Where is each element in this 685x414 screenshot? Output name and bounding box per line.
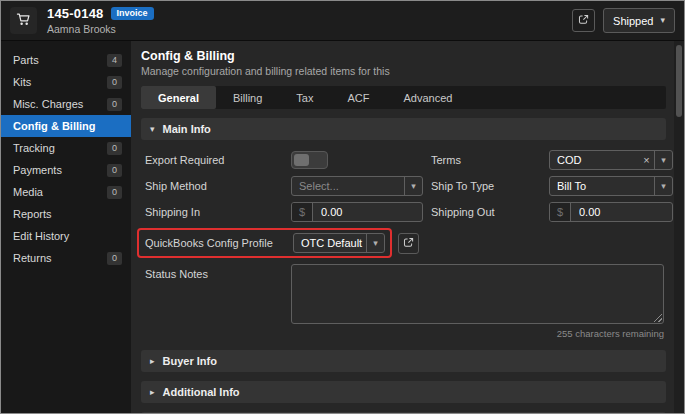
open-external-button[interactable]	[572, 9, 595, 32]
invoice-badge: Invoice	[111, 7, 154, 20]
section-title: Buyer Info	[163, 355, 217, 367]
sidebar-item-label: Tracking	[13, 142, 55, 154]
sidebar-item-kits[interactable]: Kits 0	[1, 71, 131, 93]
page-head: Config & Billing Manage configuration an…	[141, 49, 666, 77]
sidebar-item-label: Payments	[13, 164, 62, 176]
section-header-main-info[interactable]: ▾ Main Info	[141, 118, 666, 140]
status-notes-row: Status Notes	[145, 264, 664, 324]
sidebar-item-reports[interactable]: Reports	[1, 203, 131, 225]
chevron-down-icon: ▾	[654, 177, 672, 195]
shipping-out-label: Shipping Out	[431, 206, 549, 218]
sidebar-item-edit-history[interactable]: Edit History	[1, 225, 131, 247]
section-header-important-dates[interactable]: ▸ Important Dates	[141, 412, 666, 413]
order-title-block: 145-0148 Invoice Aamna Brooks	[47, 6, 154, 35]
status-dropdown-button[interactable]: Shipped ▾	[603, 8, 675, 33]
export-required-label: Export Required	[145, 154, 291, 166]
tab-advanced[interactable]: Advanced	[386, 86, 469, 109]
sidebar-item-media[interactable]: Media 0	[1, 181, 131, 203]
terms-select[interactable]: COD × ▾	[549, 150, 673, 170]
content: Config & Billing Manage configuration an…	[131, 41, 674, 413]
ship-method-placeholder: Select...	[292, 180, 404, 192]
shipping-out-control: $	[549, 202, 673, 222]
sidebar-item-tracking[interactable]: Tracking 0	[1, 137, 131, 159]
shipping-in-control: $	[291, 202, 423, 222]
topbar-right: Shipped ▾	[572, 8, 675, 33]
app-body: Parts 4 Kits 0 Misc. Charges 0 Config & …	[1, 41, 684, 413]
export-required-toggle[interactable]	[291, 151, 328, 169]
status-notes-label: Status Notes	[145, 264, 291, 280]
sidebar-item-payments[interactable]: Payments 0	[1, 159, 131, 181]
page-subtitle: Manage configuration and billing related…	[141, 65, 666, 77]
caret-down-icon: ▾	[150, 125, 155, 134]
sidebar-item-count: 0	[107, 142, 122, 155]
status-notes-textarea[interactable]	[291, 264, 664, 324]
sidebar-item-label: Kits	[13, 76, 31, 88]
ship-to-type-value: Bill To	[550, 180, 654, 192]
form-row: Ship Method Select... ▾ Ship To Type Bil…	[145, 176, 664, 196]
scrollbar-thumb[interactable]	[676, 45, 682, 117]
chevron-down-icon: ▾	[660, 16, 665, 25]
vertical-scrollbar[interactable]	[674, 41, 684, 413]
cart-button[interactable]	[10, 7, 37, 34]
shipping-in-input[interactable]	[313, 203, 422, 221]
sidebar: Parts 4 Kits 0 Misc. Charges 0 Config & …	[1, 41, 131, 413]
sidebar-item-config-billing[interactable]: Config & Billing	[1, 115, 131, 137]
main-info-body: Export Required Terms COD ×	[141, 140, 666, 341]
sidebar-item-count: 0	[107, 164, 122, 177]
terms-value: COD	[550, 154, 639, 166]
app-window: 145-0148 Invoice Aamna Brooks Shipped ▾	[0, 0, 685, 414]
tab-general[interactable]: General	[141, 86, 216, 109]
tab-tax[interactable]: Tax	[279, 86, 330, 109]
sidebar-item-count: 0	[107, 76, 122, 89]
sidebar-item-count: 0	[107, 186, 122, 199]
topbar-left: 145-0148 Invoice Aamna Brooks	[10, 6, 154, 35]
sidebar-item-count: 4	[107, 54, 122, 67]
shipping-out-input[interactable]	[571, 203, 672, 221]
sidebar-item-label: Edit History	[13, 230, 69, 242]
order-number: 145-0148	[47, 6, 104, 21]
chevron-down-icon: ▾	[404, 177, 422, 195]
external-link-icon	[578, 13, 589, 28]
ship-to-type-select[interactable]: Bill To ▾	[549, 176, 673, 196]
quickbooks-row: QuickBooks Config Profile OTC Default ▾	[145, 228, 664, 258]
export-required-control	[291, 151, 423, 169]
caret-right-icon: ▸	[150, 388, 155, 397]
sidebar-item-label: Misc. Charges	[13, 98, 83, 110]
clear-icon[interactable]: ×	[639, 155, 654, 166]
tab-billing[interactable]: Billing	[216, 86, 279, 109]
shipping-out-field: $	[549, 202, 673, 222]
shipping-in-label: Shipping In	[145, 206, 291, 218]
sidebar-item-count: 0	[107, 98, 122, 111]
main-area: Config & Billing Manage configuration an…	[131, 41, 684, 413]
ship-to-type-control: Bill To ▾	[549, 176, 673, 196]
quickbooks-open-external-button[interactable]	[398, 233, 419, 254]
sidebar-item-label: Media	[13, 186, 43, 198]
cart-icon	[16, 12, 31, 30]
currency-prefix: $	[292, 203, 313, 221]
section-header-additional-info[interactable]: ▸ Additional Info	[141, 381, 666, 403]
tab-acf[interactable]: ACF	[330, 86, 386, 109]
sidebar-item-label: Parts	[13, 54, 39, 66]
sidebar-item-returns[interactable]: Returns 0	[1, 247, 131, 269]
ship-method-select[interactable]: Select... ▾	[291, 176, 423, 196]
sidebar-item-label: Returns	[13, 252, 52, 264]
characters-remaining: 255 characters remaining	[291, 326, 664, 339]
shipping-in-field: $	[291, 202, 423, 222]
sidebar-item-parts[interactable]: Parts 4	[1, 49, 131, 71]
ship-to-type-label: Ship To Type	[431, 180, 549, 192]
ship-method-control: Select... ▾	[291, 176, 423, 196]
section-header-buyer-info[interactable]: ▸ Buyer Info	[141, 350, 666, 372]
section-title: Additional Info	[163, 386, 240, 398]
sidebar-item-misc-charges[interactable]: Misc. Charges 0	[1, 93, 131, 115]
ship-method-label: Ship Method	[145, 180, 291, 192]
chevron-down-icon: ▾	[654, 151, 672, 169]
section-title: Main Info	[163, 123, 211, 135]
quickbooks-profile-select[interactable]: OTC Default ▾	[293, 233, 385, 253]
external-link-icon	[403, 236, 414, 251]
quickbooks-profile-value: OTC Default	[294, 237, 366, 249]
top-bar: 145-0148 Invoice Aamna Brooks Shipped ▾	[1, 1, 684, 41]
currency-prefix: $	[550, 203, 571, 221]
customer-name: Aamna Brooks	[47, 23, 154, 35]
status-label: Shipped	[613, 15, 653, 27]
page-title: Config & Billing	[141, 49, 666, 63]
